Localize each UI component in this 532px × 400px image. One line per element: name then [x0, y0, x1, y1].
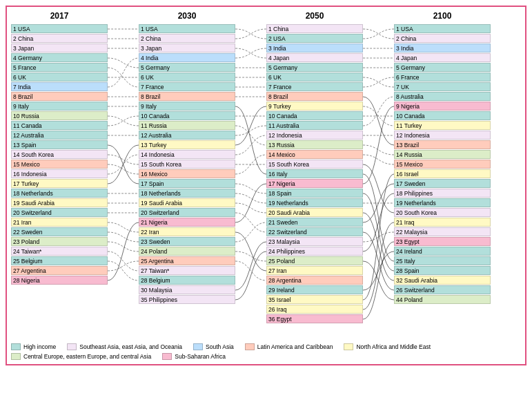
rank-item: 23 Poland [11, 237, 108, 246]
legend-color-box [11, 343, 21, 350]
rank-item: 6 UK [139, 73, 235, 82]
rank-item: 22 Sweden [11, 227, 108, 236]
legend-item: Latin America and Caribbean [245, 343, 333, 350]
rank-item: 32 Saudi Arabia [394, 276, 491, 285]
rank-item: 12 Australia [11, 131, 108, 140]
rank-item: 6 UK [266, 73, 363, 82]
rank-item: 3 India [266, 44, 363, 53]
rank-item: 7 France [266, 82, 363, 91]
rank-item: 28 Belgium [139, 276, 235, 285]
legend-color-box [11, 353, 21, 360]
rank-item: 17 Nigeria [266, 179, 363, 188]
rank-item: 23 Egypt [394, 237, 491, 246]
legend-item: Central Europe, eastern Europe, and cent… [11, 353, 151, 360]
rank-item: 22 Iran [139, 227, 235, 236]
rank-item: 19 Netherlands [394, 198, 491, 207]
legend-color-box [162, 353, 172, 360]
rank-item: 4 Japan [394, 53, 491, 62]
rank-item: 15 South Korea [266, 160, 363, 169]
rank-item: 16 Israel [394, 169, 491, 178]
legend-item: North Africa and Middle East [344, 343, 431, 350]
rank-item: 9 Nigeria [394, 102, 491, 111]
legend-color-box [193, 343, 203, 350]
rank-item: 22 Malaysia [394, 227, 491, 236]
rank-item: 15 South Korea [139, 160, 235, 169]
connector-svg-container [235, 11, 266, 338]
rank-item: 13 Brazil [394, 140, 491, 149]
rank-item: 24 Philippines [266, 247, 363, 256]
rank-item: 2 China [394, 34, 491, 43]
legend-item: Southeast Asia, east Asia, and Oceania [67, 343, 182, 350]
legend-label: High income [23, 343, 56, 350]
rank-item: 28 Spain [394, 266, 491, 275]
rank-item: 21 Iran [11, 218, 108, 227]
chart-container: 20171 USA2 China3 Japan4 Germany5 France… [6, 6, 526, 365]
rank-item: 27 Iran [266, 266, 363, 275]
rank-item: 24 Taiwan* [11, 247, 108, 256]
rank-item: 14 Russia [394, 150, 491, 159]
rank-item: 18 Spain [266, 189, 363, 198]
rank-item: 8 Brazil [139, 92, 235, 101]
rank-item: 17 Spain [139, 179, 235, 188]
rank-item: 2 China [11, 34, 108, 43]
rank-item: 24 Poland [139, 247, 235, 256]
rank-item: 5 Germany [394, 63, 491, 72]
year-header-2030: 2030 [139, 11, 235, 22]
rank-item: 20 Saudi Arabia [266, 208, 363, 217]
rank-item: 13 Russia [266, 140, 363, 149]
rank-item: 12 Australia [139, 131, 235, 140]
column-2030: 20301 USA2 China3 Japan4 India5 Germany6… [139, 11, 235, 305]
legend-label: Southeast Asia, east Asia, and Oceania [79, 343, 182, 350]
rank-item: 23 Sweden [139, 237, 235, 246]
rank-item: 1 China [266, 24, 363, 33]
rank-item: 18 Netherlands [139, 189, 235, 198]
rank-item: 18 Philippines [394, 189, 491, 198]
rank-item: 16 Italy [266, 169, 363, 178]
rank-item: 20 South Korea [394, 208, 491, 217]
legend-label: Sub-Saharan Africa [175, 353, 226, 360]
rank-item: 10 Canada [266, 111, 363, 120]
rank-item: 5 France [11, 63, 108, 72]
rank-item: 30 Malaysia [139, 285, 235, 294]
rank-item: 26 Iraq [266, 305, 363, 314]
rank-item: 6 France [394, 73, 491, 82]
rank-item: 35 Israel [266, 295, 363, 304]
rank-item: 17 Turkey [11, 179, 108, 188]
rank-item: 21 Sweden [266, 218, 363, 227]
rank-item: 44 Poland [394, 295, 491, 304]
rank-item: 8 Brazil [11, 92, 108, 101]
rank-item: 25 Italy [394, 256, 491, 265]
rank-item: 36 Egypt [266, 314, 363, 323]
rank-item: 7 UK [394, 82, 491, 91]
rank-item: 4 Germany [11, 53, 108, 62]
rank-item: 15 Mexico [11, 160, 108, 169]
legend-item: South Asia [193, 343, 234, 350]
rank-item: 14 Indonesia [139, 150, 235, 159]
rank-item: 10 Russia [11, 111, 108, 120]
rank-item: 10 Canada [394, 111, 491, 120]
rank-item: 16 Mexico [139, 169, 235, 178]
year-header-2017: 2017 [11, 11, 108, 22]
column-2050: 20501 China2 USA3 India4 Japan5 Germany6… [266, 11, 363, 324]
rank-item: 19 Saudi Arabia [11, 198, 108, 207]
rank-item: 28 Nigeria [11, 276, 108, 285]
rank-item: 12 Indonesia [266, 131, 363, 140]
rank-item: 14 South Korea [11, 150, 108, 159]
connector-svg-container [363, 11, 394, 338]
column-2017: 20171 USA2 China3 Japan4 Germany5 France… [11, 11, 108, 285]
rank-item: 25 Poland [266, 256, 363, 265]
rank-item: 15 Mexico [394, 160, 491, 169]
rank-item: 1 USA [139, 24, 235, 33]
legend-label: Latin America and Caribbean [257, 343, 333, 350]
legend-color-box [344, 343, 353, 350]
rank-item: 4 Japan [266, 53, 363, 62]
rank-item: 29 Ireland [266, 285, 363, 294]
rank-item: 3 Japan [139, 44, 235, 53]
rank-item: 5 Germany [139, 63, 235, 72]
connector-svg-container [108, 11, 139, 318]
legend-color-box [67, 343, 77, 350]
rank-item: 35 Philippines [139, 295, 235, 304]
rank-item: 7 France [139, 82, 235, 91]
rank-item: 22 Switzerland [266, 227, 363, 236]
rank-item: 21 Nigeria [139, 218, 235, 227]
